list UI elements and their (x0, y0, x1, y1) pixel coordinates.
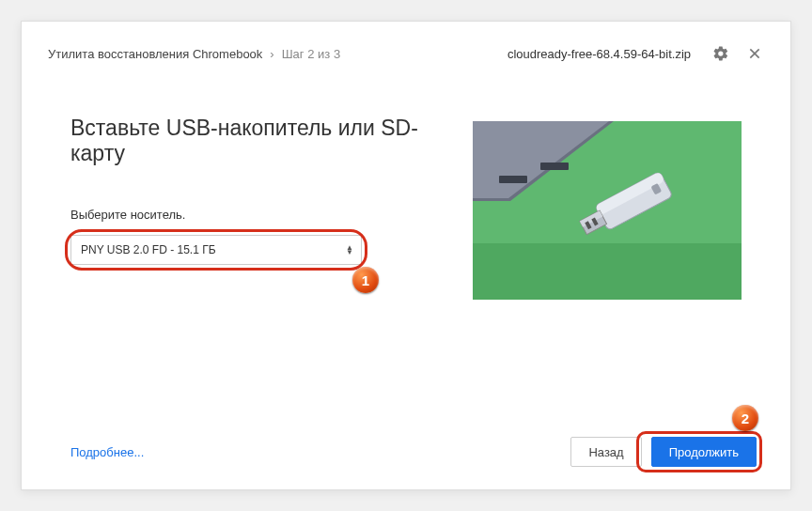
usb-illustration (473, 121, 742, 300)
more-link[interactable]: Подробнее... (70, 445, 144, 459)
close-button[interactable] (742, 40, 768, 67)
dialog-content: Вставьте USB-накопитель или SD-карту Выб… (22, 78, 790, 300)
svg-rect-6 (499, 176, 527, 183)
settings-button[interactable] (708, 40, 734, 67)
step-indicator: Шаг 2 из 3 (282, 47, 340, 61)
continue-button[interactable]: Продолжить (651, 437, 757, 467)
dialog-header: Утилита восстановления Chromebook › Шаг … (22, 22, 790, 78)
filename-label: cloudready-free-68.4.59-64-bit.zip (508, 47, 691, 61)
close-icon (747, 46, 762, 61)
dialog-footer: Подробнее... Назад Продолжить 2 (70, 437, 757, 467)
back-button[interactable]: Назад (570, 437, 641, 467)
svg-rect-3 (473, 243, 742, 300)
media-select-value: PNY USB 2.0 FD - 15.1 ГБ (81, 243, 216, 256)
recovery-dialog: Утилита восстановления Chromebook › Шаг … (21, 21, 791, 490)
select-arrows-icon: ▲▼ (346, 245, 353, 255)
breadcrumb-sep: › (270, 47, 273, 61)
svg-rect-7 (540, 163, 569, 170)
gear-icon (712, 45, 729, 62)
app-title: Утилита восстановления Chromebook (48, 47, 262, 61)
media-select[interactable]: PNY USB 2.0 FD - 15.1 ГБ ▲▼ (70, 235, 362, 265)
annotation-badge-1: 1 (352, 267, 379, 293)
annotation-badge-2: 2 (732, 405, 758, 431)
page-heading: Вставьте USB-накопитель или SD-карту (70, 116, 454, 166)
media-select-label: Выберите носитель. (70, 208, 454, 222)
